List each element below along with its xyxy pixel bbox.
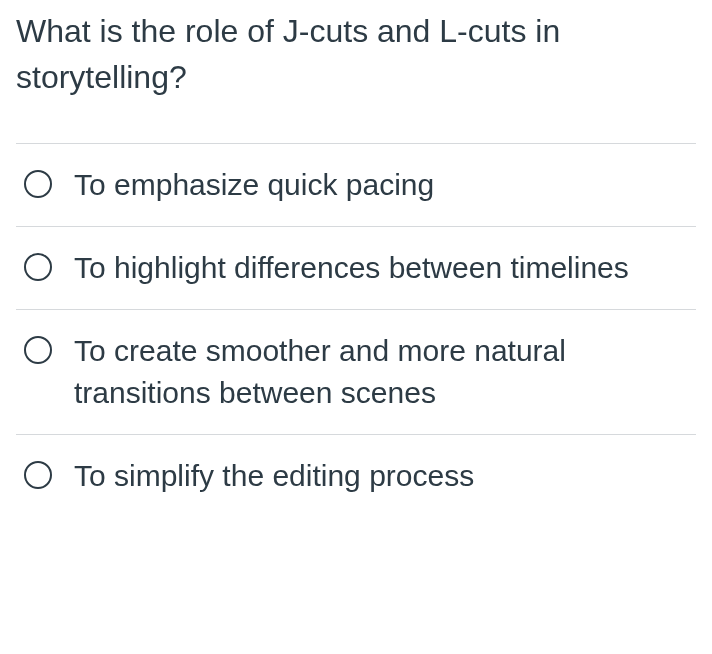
radio-icon	[24, 461, 52, 489]
radio-icon	[24, 336, 52, 364]
radio-icon	[24, 253, 52, 281]
radio-icon	[24, 170, 52, 198]
option-label: To highlight differences between timelin…	[74, 247, 629, 289]
options-list: To emphasize quick pacing To highlight d…	[16, 143, 696, 517]
option-row-0[interactable]: To emphasize quick pacing	[16, 143, 696, 226]
option-row-3[interactable]: To simplify the editing process	[16, 434, 696, 517]
option-label: To simplify the editing process	[74, 455, 474, 497]
question-container: What is the role of J-cuts and L-cuts in…	[0, 0, 712, 517]
option-row-1[interactable]: To highlight differences between timelin…	[16, 226, 696, 309]
option-row-2[interactable]: To create smoother and more natural tran…	[16, 309, 696, 434]
option-label: To emphasize quick pacing	[74, 164, 434, 206]
option-label: To create smoother and more natural tran…	[74, 330, 684, 414]
question-text: What is the role of J-cuts and L-cuts in…	[16, 8, 696, 101]
